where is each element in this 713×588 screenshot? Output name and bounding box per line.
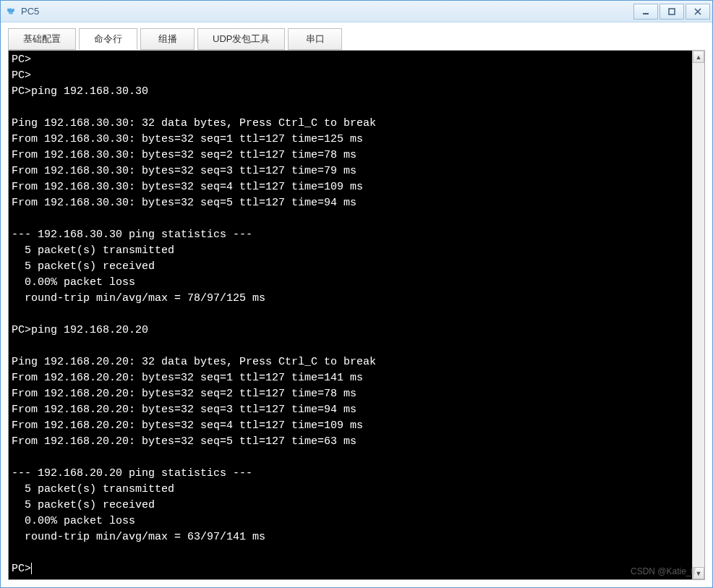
tab-udp-sender[interactable]: UDP发包工具 (197, 28, 285, 50)
scroll-track[interactable] (693, 63, 704, 567)
scrollbar[interactable]: ▲ ▼ (692, 51, 704, 579)
close-button[interactable] (686, 4, 710, 20)
tab-multicast[interactable]: 组播 (140, 28, 195, 50)
svg-rect-1 (669, 9, 675, 14)
terminal-output[interactable]: PC> PC> PC>ping 192.168.30.30 Ping 192.1… (9, 51, 692, 579)
svg-rect-0 (643, 13, 649, 14)
scroll-down-button[interactable]: ▼ (693, 567, 704, 579)
scroll-up-button[interactable]: ▲ (693, 51, 704, 63)
app-window: PC5 基础配置 命令行 组播 UDP发包工具 串口 PC> PC> PC>pi… (0, 0, 713, 588)
tab-serial[interactable]: 串口 (288, 28, 342, 50)
window-controls (632, 4, 710, 20)
maximize-button[interactable] (659, 4, 684, 20)
window-title: PC5 (21, 6, 632, 17)
minimize-button[interactable] (633, 4, 658, 20)
terminal-container: PC> PC> PC>ping 192.168.30.30 Ping 192.1… (8, 50, 705, 580)
tab-basic-config[interactable]: 基础配置 (8, 28, 76, 50)
content-area: 基础配置 命令行 组播 UDP发包工具 串口 PC> PC> PC>ping 1… (1, 22, 712, 587)
app-icon (5, 6, 17, 17)
tab-bar: 基础配置 命令行 组播 UDP发包工具 串口 (8, 28, 705, 50)
terminal-cursor (31, 563, 32, 574)
tab-command-line[interactable]: 命令行 (79, 28, 137, 50)
titlebar[interactable]: PC5 (1, 1, 712, 22)
